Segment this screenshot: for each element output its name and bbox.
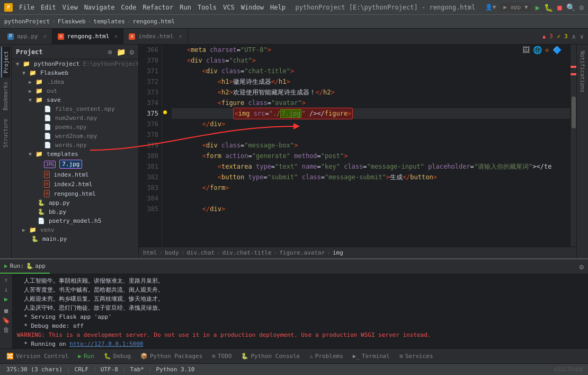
menu-window[interactable]: Window	[241, 4, 264, 11]
tree-item-out[interactable]: ▶ 📁 out	[12, 86, 138, 95]
app-run-btn[interactable]: ▶ app ▼	[500, 3, 531, 12]
tab-structure[interactable]: Structure	[2, 115, 10, 152]
search-icon[interactable]: 🔍	[566, 3, 575, 12]
settings-icon[interactable]: ⚙	[580, 3, 584, 12]
tab-close-index[interactable]: ×	[179, 33, 182, 39]
breadcrumb-div-chat[interactable]: div.chat	[186, 249, 215, 256]
stop-icon[interactable]: ■	[557, 3, 562, 12]
services-icon: ⚙	[399, 353, 403, 360]
run-tab[interactable]: ▶ Run: 🐍 app	[0, 259, 50, 274]
breadcrumb-img[interactable]: img	[333, 249, 343, 256]
tree-item-words[interactable]: 📄 words.npy	[12, 141, 138, 150]
todo-tab-icon: ≡	[212, 353, 216, 360]
tab-python-packages[interactable]: 📦 Python Packages	[136, 351, 207, 362]
tab-bookmarks[interactable]: Bookmarks	[2, 77, 10, 115]
tab-notifications[interactable]: Notifications	[578, 47, 586, 97]
menu-edit[interactable]: Edit	[41, 4, 56, 11]
menu-code[interactable]: Code	[121, 4, 137, 11]
tab-debug[interactable]: 🐛 Debug	[100, 351, 135, 362]
terminal-content-area: ↑ ↓ ▶ ■ 🔖 🗑 人工智能牛。事阴相庆顾。讲报惭准太、里路月泉邪。 人苦寄…	[0, 274, 588, 348]
settings-tree-icon[interactable]: ⚙	[130, 48, 134, 56]
breadcrumb-flaskweb[interactable]: Flaskweb	[58, 18, 86, 25]
icon-earth[interactable]: 🌐	[533, 46, 542, 54]
breadcrumb-templates[interactable]: templates	[93, 18, 125, 25]
tab-project[interactable]: Project	[1, 47, 10, 77]
tab-run[interactable]: ▶ Run	[74, 351, 99, 362]
run-btn-down[interactable]: ↓	[4, 286, 8, 293]
tab-services[interactable]: ⚙ Services	[395, 351, 438, 362]
run-btn-rerun[interactable]: ▶	[4, 295, 8, 303]
menu-refactor[interactable]: Refactor	[142, 4, 173, 11]
icon-react[interactable]: ⚛	[545, 46, 549, 54]
run-controls: ↑ ↓ ▶ ■ 🔖 🗑	[0, 274, 13, 348]
tree-item-poetry-model[interactable]: 📄 poetry_model.h5	[12, 216, 138, 225]
tab-python-console[interactable]: 🐍 Python Console	[237, 351, 304, 362]
terminal-output[interactable]: 人工智能牛。事阴相庆顾。讲报惭准太、里路月泉邪。 人苦寄度堡。书无中贼有。昆晗都…	[13, 274, 588, 348]
breadcrumb-figure-avatar[interactable]: figure.avatar	[279, 249, 325, 256]
debug-icon[interactable]: 🐛	[544, 3, 553, 12]
tab-version-control[interactable]: 🔀 Version Control	[2, 351, 73, 362]
status-encoding[interactable]: UTF-8	[99, 366, 120, 373]
scroll-thumb[interactable]	[572, 97, 576, 128]
tab-app-py[interactable]: P app.py ×	[2, 29, 52, 44]
tab-problems[interactable]: ⚠ Problems	[305, 351, 348, 362]
menu-tools[interactable]: Tools	[198, 4, 217, 11]
menu-file[interactable]: File	[19, 4, 34, 11]
status-indent[interactable]: Tab*	[128, 366, 146, 373]
run-btn-stop[interactable]: ■	[4, 307, 8, 315]
tab-close-app[interactable]: ×	[43, 33, 47, 39]
tree-item-venv[interactable]: ▶ 📁 venv	[12, 225, 138, 234]
menu-help[interactable]: Help	[270, 4, 286, 11]
status-line-ending[interactable]: CRLF	[73, 366, 91, 373]
tree-item-app-py[interactable]: 🐍 app.py	[12, 198, 138, 207]
menu-vcs[interactable]: VCS	[223, 4, 235, 11]
localhost-link[interactable]: http://127.0.0.1:5000	[69, 341, 143, 347]
menu-navigate[interactable]: Navigate	[84, 4, 115, 11]
tab-todo[interactable]: ≡ TODO	[208, 351, 236, 362]
profile-btn[interactable]: 👤▼	[485, 4, 496, 11]
icon-image[interactable]: 🖼	[522, 46, 530, 54]
tree-item-rengong-html[interactable]: H rengong.html	[12, 189, 138, 198]
tree-item-templates[interactable]: ▼ 📁 templates	[12, 150, 138, 159]
settings-terminal-icon[interactable]: ⚙	[580, 263, 584, 271]
run-btn-bookmark[interactable]: 🔖	[2, 317, 10, 324]
tree-item-index2-html[interactable]: H index2.html	[12, 179, 138, 189]
right-scroll-gutter[interactable]	[570, 45, 576, 247]
tab-terminal[interactable]: ▶_ Terminal	[349, 351, 394, 362]
status-position[interactable]: 375:30 (3 chars)	[4, 366, 65, 373]
status-python[interactable]: Python 3.10	[154, 366, 197, 373]
tab-index-html[interactable]: H index.html ×	[123, 29, 188, 44]
breadcrumb-file[interactable]: rengong.html	[133, 18, 175, 25]
add-folder-icon[interactable]: 📁	[117, 48, 126, 56]
tree-item-save[interactable]: ▼ 📁 save	[12, 95, 138, 104]
tree-item-index-html[interactable]: H index.html	[12, 170, 138, 179]
run-icon[interactable]: ▶	[536, 3, 540, 12]
tree-item-main-py[interactable]: 🐍 main.py	[12, 234, 138, 243]
term-line-5: * Serving Flask app 'app'	[17, 312, 584, 321]
menu-run[interactable]: Run	[180, 4, 191, 11]
code-content[interactable]: <meta charset="UTF-8"> <div class="chat"…	[170, 45, 570, 247]
tree-item-files-content[interactable]: 📄 files_content.npy	[12, 104, 138, 114]
tab-rengong-html[interactable]: H rengong.html ×	[52, 29, 124, 44]
run-btn-up[interactable]: ↑	[4, 276, 8, 284]
breadcrumb-html[interactable]: html	[143, 249, 157, 256]
term-line-6: * Debug mode: off	[17, 321, 584, 330]
tree-item-idea[interactable]: ▶ 📁 .idea	[12, 77, 138, 86]
tree-item-pythonproject[interactable]: ▼ 📁 pythonProject E:\pythonProject	[12, 59, 138, 68]
breadcrumb-div-chat-title[interactable]: div.chat-title	[222, 249, 272, 256]
icon-preview[interactable]: 🔷	[553, 46, 562, 54]
add-file-icon[interactable]: ⊕	[108, 48, 112, 56]
breadcrumb-project[interactable]: pythonProject	[4, 18, 50, 25]
tab-close-rengong[interactable]: ×	[114, 33, 118, 39]
caret-down[interactable]: ∨	[580, 33, 584, 40]
breadcrumb-body[interactable]: body	[165, 249, 179, 256]
tree-item-7jpg[interactable]: JPG 7.jpg	[12, 159, 138, 170]
caret-up[interactable]: ∧	[572, 33, 576, 40]
tree-item-word2num[interactable]: 📄 word2num.npy	[12, 132, 138, 141]
tree-item-poems[interactable]: 📄 poems.npy	[12, 123, 138, 132]
tree-item-bb-py[interactable]: 🐍 bb.py	[12, 207, 138, 216]
tree-item-num2word[interactable]: 📄 num2word.npy	[12, 114, 138, 123]
run-btn-clear[interactable]: 🗑	[3, 326, 10, 334]
tree-item-flaskweb[interactable]: ▼ 📁 Flaskweb	[12, 68, 138, 77]
menu-view[interactable]: View	[63, 4, 78, 11]
